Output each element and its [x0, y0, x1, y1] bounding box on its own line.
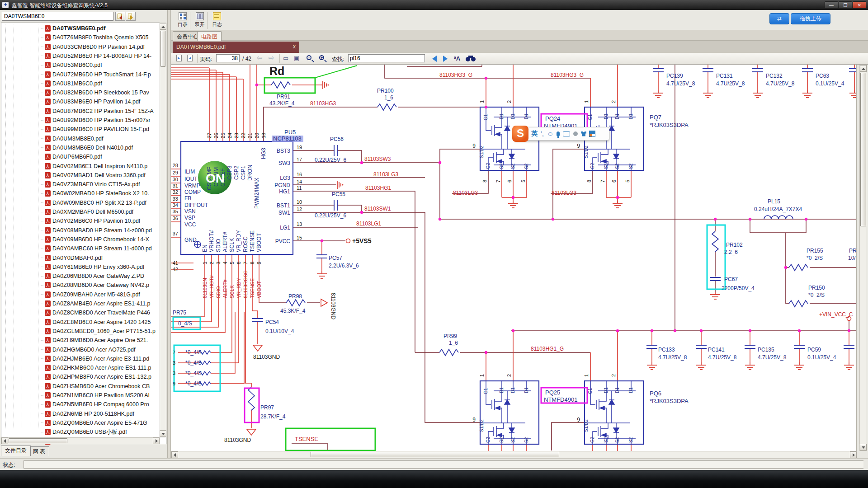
document-close-icon[interactable]: x: [291, 44, 297, 50]
sync-button[interactable]: ⇄: [769, 13, 789, 24]
file-list-item[interactable]: 人DA0Y0DMBAF0.pdf: [41, 253, 159, 263]
file-list-item[interactable]: 人DA0UP6MB6F0.pdf: [41, 152, 159, 161]
file-list-item[interactable]: 人DA0W09MB8C0 HP Split X2 13-P.pdf: [41, 198, 159, 207]
scroll-left-button[interactable]: [171, 451, 178, 458]
file-list-item[interactable]: 人DA0U82MB6D0 HP Sleekbook 15 Pav: [41, 88, 159, 97]
vscroll-thumb[interactable]: [860, 73, 866, 226]
fit-width-icon[interactable]: ▭: [283, 55, 288, 61]
punctuation-toggle[interactable]: ’,: [541, 130, 544, 137]
file-list-item[interactable]: 人DA0ZN1MB6C0 HP Pavilion MS200 Al: [41, 391, 159, 400]
file-list-item[interactable]: 人DA0ZN5MB6F0 HP Compaq 6000 Pro: [41, 400, 159, 409]
file-list-hscrollbar[interactable]: [1, 437, 160, 444]
tab-file-directory[interactable]: 文件目录: [1, 446, 31, 456]
toolbox-grid-icon[interactable]: [590, 131, 595, 136]
file-list-item[interactable]: 人DA0V02MB6E1 Dell Inspiron N4110.p: [41, 162, 159, 171]
file-list-item[interactable]: 人DA0Z8AMB4E0 Acer Aspire ES1-411.p: [41, 299, 159, 308]
find-next-icon[interactable]: [443, 56, 448, 62]
schematic-canvas[interactable]: RdPR9143.2K/F_481103HG3PR1001_681103HG3_…: [171, 65, 857, 451]
zoom-out-icon[interactable]: −: [307, 55, 311, 60]
find-prev-icon[interactable]: [432, 56, 437, 62]
tab-circuit-diagram[interactable]: 电路图: [197, 31, 222, 41]
file-list-item[interactable]: 人DA0ZQ0MB6E0 USB小板.pdf: [41, 427, 159, 436]
page-copy-icon[interactable]: [176, 55, 182, 61]
sogou-logo-icon[interactable]: S: [512, 126, 528, 142]
toolbar-button-catalog[interactable]: 目录: [174, 12, 191, 29]
file-list-item[interactable]: 人DA0Z08MB6D0 Acer Gateway NV42.p: [41, 281, 159, 290]
hscroll-thumb[interactable]: [311, 452, 559, 457]
file-list-item[interactable]: 人DA0Y09MB6D0 HP Chromebook 14-X: [41, 235, 159, 244]
file-list-item[interactable]: 人DA0ZHKMB6C0 Acer Aspire ES1-111.p: [41, 363, 159, 372]
file-list-item[interactable]: 人DA0ZHGMB6D0 Acer AO725.pdf: [41, 345, 159, 354]
file-list-item[interactable]: 人DA0ZN6MB HP 200-5118HK.pdf: [41, 409, 159, 418]
page-number-input[interactable]: [216, 54, 240, 62]
language-toggle[interactable]: 英: [531, 130, 538, 138]
sogou-input-bar[interactable]: S 英 ’, ☺: [514, 127, 609, 141]
canvas-vscrollbar[interactable]: [859, 65, 867, 451]
toolbar-button-dual-view[interactable]: 双开: [191, 12, 208, 29]
document-tab[interactable]: DA0TWSMB6E0.pdf x: [173, 42, 299, 53]
file-list-item[interactable]: 人DA0TWSMB6E0.pdf: [41, 24, 159, 33]
panel-splitter[interactable]: [167, 10, 171, 458]
tab-netlist[interactable]: 网 表: [29, 446, 49, 456]
microphone-icon[interactable]: [557, 131, 560, 136]
scroll-left-button[interactable]: [1, 437, 8, 444]
file-list-item[interactable]: 人DA0U33CMB6D0 HP Pavilion 14.pdf: [41, 42, 159, 52]
file-list-item[interactable]: 人DA0U83MB6E0 HP Pavilion 14.pdf: [41, 97, 159, 106]
emoji-icon[interactable]: ☺: [547, 130, 553, 137]
hscroll-thumb[interactable]: [9, 438, 67, 443]
page-insert-icon[interactable]: [187, 55, 193, 61]
file-list-vscrollbar[interactable]: [160, 23, 166, 437]
vscroll-thumb[interactable]: [160, 31, 165, 67]
search-binoculars-icon[interactable]: [466, 56, 476, 61]
file-list-item[interactable]: 人DA0VZ3MBAE0 Vizio CT15-Ax.pdf: [41, 180, 159, 189]
file-list-item[interactable]: 人DA0ZQ0MB6E0 Acer Aspire E5-471G: [41, 418, 159, 427]
skin-icon[interactable]: [581, 131, 586, 136]
canvas-hscrollbar[interactable]: [171, 451, 857, 458]
file-list-item[interactable]: 人DA0Y08MBAD0 HP Stream 14-z000.pd: [41, 226, 159, 235]
search-prev-button[interactable]: [115, 12, 125, 21]
file-list-item[interactable]: 人DA0ZH9MB6D0 Acer Aspire One 521.: [41, 336, 159, 345]
file-list-item[interactable]: 人DA0ZGLMBED0_1060_Acer PT715-51.p: [41, 327, 159, 336]
handwriting-icon[interactable]: [573, 131, 578, 136]
search-input[interactable]: [2, 12, 113, 21]
file-list-item[interactable]: 人DA0Z06MB8D0 Acer GateWay Z.PD: [41, 272, 159, 281]
scroll-up-button[interactable]: [860, 65, 867, 72]
scroll-up-button[interactable]: [160, 23, 166, 30]
file-list-item[interactable]: 人DA0U87MB6C2 HP Pavilion 15-F 15Z-A: [41, 107, 159, 116]
file-list-item[interactable]: 人DA0TZ6MB8F0 Toshiba Qosmio X505: [41, 33, 159, 42]
file-list-item[interactable]: 人DA0U53MB6C0.pdf: [41, 61, 159, 70]
maximize-button[interactable]: ❐: [839, 1, 852, 9]
minimize-button[interactable]: —: [825, 1, 838, 9]
scroll-down-button[interactable]: [160, 430, 166, 437]
file-list-item[interactable]: 人DA0V07MBAD1 Dell Vostro 3360.pdf: [41, 171, 159, 180]
file-list-item[interactable]: 人DA0Y61MB6E0 HP Envy x360-A.pdf: [41, 263, 159, 272]
file-list-item[interactable]: 人DA0Y02MB6C0 HP Pavilion 10.pdf: [41, 216, 159, 225]
file-list-item[interactable]: 人DA0ZHJMB6E0 Acer Aspire E3-111.pd: [41, 354, 159, 363]
fit-page-icon[interactable]: ▣: [294, 55, 299, 61]
file-list-item[interactable]: 人DA0Z09MBAH0 Acer M5-481G.pdf: [41, 290, 159, 299]
zoom-in-icon[interactable]: +: [319, 55, 324, 60]
scroll-right-button[interactable]: [850, 451, 857, 458]
file-list-item[interactable]: 人DA0ZHPMB8F0 Acer Aspire ES1-132.p: [41, 372, 159, 381]
close-button[interactable]: ✕: [853, 1, 866, 9]
search-next-button[interactable]: [126, 12, 136, 21]
mosfet-pq6-package[interactable]: [585, 381, 643, 444]
file-list-item[interactable]: 人DA0U99MB6C0 HP PAVILION 15-F.pd: [41, 125, 159, 134]
find-input[interactable]: [348, 54, 425, 62]
mosfet-pq25-package[interactable]: [480, 381, 539, 444]
file-list-item[interactable]: 人DA0W02MBAD0 HP SlateBook X2 10.: [41, 189, 159, 198]
back-view-icon[interactable]: ⇦: [257, 54, 263, 62]
file-list-item[interactable]: 人DA0U52MB6E0 HP 14-B008AU HP 14-: [41, 52, 159, 61]
file-list-item[interactable]: 人DA0Y0AMBC60 HP Stream 11-d000.pd: [41, 244, 159, 253]
file-list-item[interactable]: 人DA0U81MB6C0.pdf: [41, 79, 159, 88]
file-list-item[interactable]: 人DA0ZHSMB6D0 Acer Chromebook CB: [41, 382, 159, 391]
file-list-item[interactable]: 人DA0Z8CMB8D0 Acer TravelMate P446: [41, 308, 159, 317]
scroll-down-button[interactable]: [860, 444, 867, 450]
file-list-item[interactable]: 人DA0UM8MB6E0 Dell N4010.pdf: [41, 143, 159, 152]
scroll-right-button[interactable]: [153, 437, 160, 444]
file-list-item[interactable]: 人DA0UM3MB8E0.pdf: [41, 134, 159, 143]
file-list-item[interactable]: 人DA0U92MB6D0 HP Pavilion 15-n007sr: [41, 116, 159, 125]
match-case-icon[interactable]: ªA: [454, 55, 460, 62]
keyboard-icon[interactable]: [563, 131, 570, 136]
file-list-item[interactable]: 人DA0XM2MBAF0 Dell M6500.pdf: [41, 207, 159, 216]
